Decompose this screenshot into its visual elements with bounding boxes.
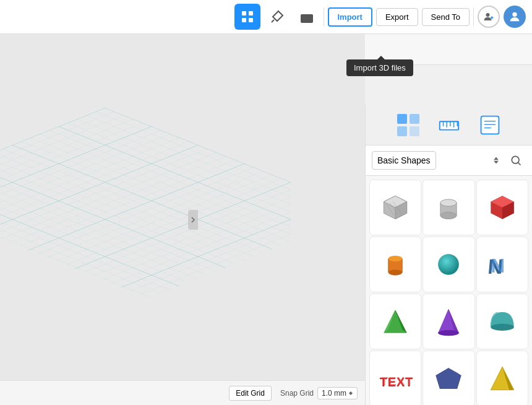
box-gray-svg: [378, 190, 413, 225]
shape-item-cylinder-gray[interactable]: [423, 180, 474, 235]
pickaxe-icon: [270, 9, 285, 24]
shape-grid: N N: [366, 176, 532, 405]
divider2: [473, 7, 474, 26]
svg-line-32: [518, 163, 521, 165]
bottom-bar: Edit Grid Snap Grid 1.0 mm: [0, 380, 365, 405]
shape-item-pyramid-yellow[interactable]: [476, 351, 528, 405]
avatar-icon: [508, 10, 521, 24]
shape-preview-cylinder-orange: [377, 246, 414, 283]
shape-preview-box-gray: [377, 189, 414, 226]
ruler-icon: [437, 113, 461, 137]
shape-item-box-red[interactable]: [476, 180, 528, 235]
svg-rect-17: [397, 114, 407, 124]
svg-point-52: [439, 254, 460, 275]
svg-point-61: [491, 324, 513, 331]
svg-rect-0: [242, 11, 246, 15]
pyramid-green-svg: [378, 304, 413, 339]
edit-grid-button[interactable]: Edit Grid: [229, 386, 272, 401]
svg-rect-2: [242, 18, 246, 22]
shape-preview-pyramid-green: [377, 303, 414, 340]
briefcase-button[interactable]: [294, 4, 320, 30]
chevron-right-icon: [191, 216, 195, 224]
shape-item-cone-purple[interactable]: [423, 294, 474, 349]
text-red-svg: TEXT TEXT: [377, 361, 413, 396]
snap-arrows-icon: [348, 391, 353, 396]
search-icon: [510, 154, 522, 167]
icon-row: [366, 105, 532, 146]
import-button[interactable]: Import: [328, 7, 372, 27]
notes-button[interactable]: [473, 108, 507, 142]
shape-item-text-blue[interactable]: N N: [476, 237, 528, 292]
notes-icon: [479, 114, 501, 136]
tooltip-text: Import 3D files: [354, 63, 406, 72]
add-user-button[interactable]: [478, 6, 500, 28]
svg-rect-21: [439, 121, 458, 129]
import-tooltip: Import 3D files: [346, 59, 413, 76]
svg-text:TEXT: TEXT: [381, 375, 413, 388]
grid-shape-icon: [396, 113, 421, 137]
svg-rect-20: [410, 126, 419, 136]
shape-item-box-gray[interactable]: [369, 180, 421, 235]
select-arrows: [494, 157, 499, 164]
cylinder-gray-svg: [431, 190, 466, 225]
grid-shape-button[interactable]: [391, 108, 426, 142]
grid-view-button[interactable]: [234, 4, 260, 30]
search-shapes-button[interactable]: [506, 150, 526, 170]
svg-rect-16: [0, 108, 291, 298]
svg-point-48: [388, 256, 402, 261]
svg-rect-1: [249, 11, 253, 15]
shape-preview-prism-blue: [430, 360, 467, 397]
snap-grid-label: Snap Grid: [280, 389, 314, 398]
snap-grid-control: Snap Grid 1.0 mm: [280, 387, 358, 399]
collapse-panel-button[interactable]: [188, 210, 198, 230]
send-to-button[interactable]: Send To: [422, 8, 470, 26]
shape-select[interactable]: Basic Shapes Letters Numbers Symbols Com…: [372, 151, 436, 170]
canvas-area[interactable]: [0, 34, 365, 405]
sphere-teal-svg: [431, 247, 466, 282]
shape-preview-box-red: [484, 189, 521, 226]
shape-item-text-red[interactable]: TEXT TEXT: [369, 351, 421, 405]
svg-point-40: [440, 199, 457, 206]
shape-item-cylinder-orange[interactable]: [369, 237, 421, 292]
shape-selector: Basic Shapes Letters Numbers Symbols Com…: [366, 146, 532, 176]
export-button[interactable]: Export: [376, 8, 418, 26]
briefcase-icon: [299, 9, 314, 24]
pyramid-yellow-svg: [485, 361, 520, 396]
svg-point-49: [388, 269, 402, 275]
svg-point-31: [512, 156, 519, 163]
avatar[interactable]: [504, 6, 526, 28]
svg-marker-65: [436, 368, 461, 389]
svg-text:N: N: [491, 255, 505, 277]
shape-preview-cylinder-gray: [430, 189, 467, 226]
grid-view-icon: [240, 9, 255, 24]
dome-teal-svg: [485, 304, 520, 339]
pickaxe-button[interactable]: [264, 4, 290, 30]
shape-preview-pyramid-yellow: [484, 360, 521, 397]
cylinder-orange-svg: [378, 247, 413, 282]
svg-rect-3: [249, 18, 253, 22]
right-panel: Basic Shapes Letters Numbers Symbols Com…: [365, 105, 532, 405]
shape-item-sphere-teal[interactable]: [423, 237, 474, 292]
shape-preview-text-blue: N N: [484, 246, 521, 283]
grid-svg: [0, 77, 291, 386]
svg-rect-19: [397, 126, 407, 136]
svg-rect-27: [481, 116, 499, 134]
shape-preview-dome-teal: [484, 303, 521, 340]
svg-point-41: [440, 212, 457, 219]
cone-purple-svg: [431, 304, 466, 339]
svg-rect-18: [410, 114, 419, 124]
divider: [324, 7, 324, 26]
person-add-icon: [483, 11, 494, 22]
text-blue-svg: N N: [485, 247, 520, 282]
shape-preview-cone-purple: [430, 303, 467, 340]
ruler-button[interactable]: [432, 108, 466, 142]
shape-item-dome-teal[interactable]: [476, 294, 528, 349]
svg-rect-4: [301, 14, 313, 23]
shape-item-pyramid-green[interactable]: [369, 294, 421, 349]
shape-item-prism-blue[interactable]: [423, 351, 474, 405]
svg-point-8: [512, 12, 517, 17]
snap-value-display[interactable]: 1.0 mm: [317, 387, 358, 399]
shape-select-wrapper: Basic Shapes Letters Numbers Symbols Com…: [372, 151, 502, 170]
header: Import Export Send To: [0, 0, 532, 34]
shape-preview-sphere-teal: [430, 246, 467, 283]
